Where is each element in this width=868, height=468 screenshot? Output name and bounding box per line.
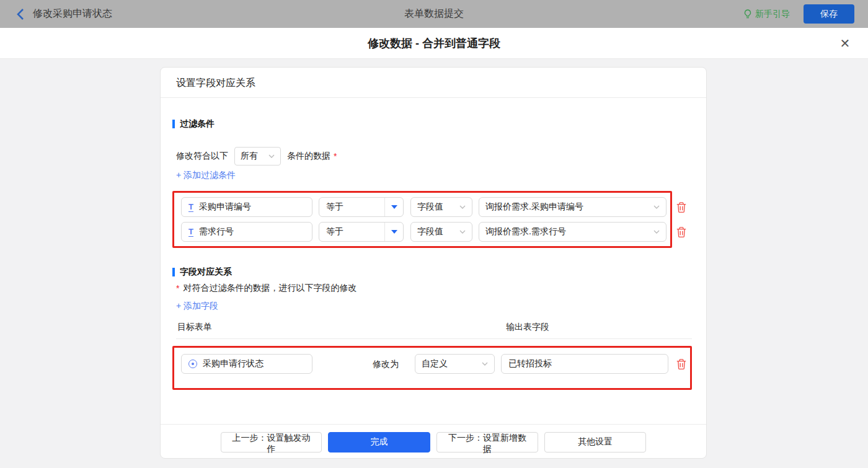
mapping-section-label: 字段对应关系 [180, 267, 232, 278]
filter-section-label: 过滤条件 [180, 118, 215, 130]
chevron-down-icon [482, 362, 488, 366]
chevron-down-icon [653, 230, 660, 234]
modal-header: 修改数据 - 合并到普通字段 [0, 28, 868, 59]
done-button[interactable]: 完成 [328, 432, 430, 453]
field-mapping-card: 设置字段对应关系 过滤条件 修改符合以下 所有 条件的数据 * + 添加过滤条件… [160, 67, 707, 459]
mapping-desc-row: * 对符合过滤条件的数据，进行以下字段的修改 [176, 283, 356, 294]
column-header-target: 目标表单 [177, 322, 212, 333]
filter-operator-value: 等于 [319, 226, 384, 237]
card-footer: 上一步：设置触发动作 完成 下一步：设置新增数据 其他设置 [161, 424, 706, 459]
filter-value-select[interactable]: 询报价需求.需求行号 [479, 222, 666, 242]
required-mark: * [176, 283, 179, 293]
match-mode-select[interactable]: 所有 [234, 147, 281, 166]
required-mark: * [334, 151, 337, 161]
mapping-field-box[interactable]: 采购申请行状态 [181, 354, 312, 374]
text-field-icon: T [188, 203, 193, 212]
filter-value-text: 询报价需求.需求行号 [485, 226, 566, 237]
filter-operator-value: 等于 [319, 201, 384, 213]
caret-down-icon [384, 223, 403, 241]
mapping-section-title: 字段对应关系 [172, 267, 232, 278]
match-mode-value: 所有 [241, 151, 258, 162]
other-settings-button[interactable]: 其他设置 [544, 432, 646, 453]
chevron-down-icon [459, 230, 466, 234]
filter-field-box[interactable]: T 需求行号 [181, 222, 312, 242]
delete-row-icon[interactable] [676, 226, 687, 238]
chevron-down-icon [459, 205, 466, 209]
text-field-icon: T [188, 227, 193, 237]
back-chevron-icon [16, 8, 24, 20]
delete-row-icon[interactable] [676, 201, 687, 213]
chevron-down-icon [653, 205, 660, 209]
workflow-title: 修改采购申请状态 [33, 7, 112, 20]
back-button[interactable] [16, 8, 24, 20]
delete-row-icon[interactable] [676, 358, 687, 370]
caret-down-icon [384, 198, 403, 216]
lightbulb-icon [743, 9, 752, 19]
save-button[interactable]: 保存 [804, 4, 854, 24]
mapping-mode-value: 自定义 [422, 358, 448, 369]
filter-section-title: 过滤条件 [172, 118, 215, 130]
radio-field-icon [188, 360, 197, 368]
filter-field-box[interactable]: T 采购申请编号 [181, 197, 312, 217]
filter-operator-select[interactable]: 等于 [319, 197, 404, 217]
card-header: 设置字段对应关系 [161, 68, 706, 98]
modal-body: 设置字段对应关系 过滤条件 修改符合以下 所有 条件的数据 * + 添加过滤条件… [0, 59, 868, 468]
filter-valuetype-select[interactable]: 字段值 [410, 197, 472, 217]
mapping-mode-select[interactable]: 自定义 [415, 354, 495, 374]
filter-valuetype-value: 字段值 [417, 201, 443, 213]
custom-value-input[interactable] [501, 354, 668, 374]
filter-valuetype-value: 字段值 [417, 226, 443, 237]
filter-field-label: 采购申请编号 [199, 201, 251, 213]
section-bar-icon [172, 268, 175, 276]
filter-valuetype-select[interactable]: 字段值 [410, 222, 472, 242]
match-suffix-label: 条件的数据 [287, 151, 330, 162]
guide-label: 新手引导 [755, 9, 790, 20]
filter-field-label: 需求行号 [199, 226, 234, 237]
prev-step-button[interactable]: 上一步：设置触发动作 [221, 432, 322, 453]
match-condition-row: 修改符合以下 所有 条件的数据 * [176, 146, 337, 166]
top-app-bar: 修改采购申请状态 表单数据提交 新手引导 保存 [0, 0, 868, 28]
beginner-guide-link[interactable]: 新手引导 [743, 9, 790, 20]
add-filter-link[interactable]: + 添加过滤条件 [176, 170, 236, 181]
column-header-output: 输出表字段 [506, 322, 549, 333]
filter-operator-select[interactable]: 等于 [319, 222, 404, 242]
next-step-button[interactable]: 下一步：设置新增数据 [436, 432, 538, 453]
close-icon[interactable]: ✕ [838, 36, 852, 51]
mapping-field-label: 采购申请行状态 [203, 358, 264, 369]
match-prefix-label: 修改符合以下 [176, 151, 228, 162]
page-title: 表单数据提交 [0, 7, 868, 20]
chevron-down-icon [268, 154, 275, 158]
filter-value-text: 询报价需求.采购申请编号 [485, 201, 583, 213]
filter-value-select[interactable]: 询报价需求.采购申请编号 [479, 197, 666, 217]
add-field-link[interactable]: + 添加字段 [176, 301, 218, 312]
modify-to-label: 修改为 [373, 359, 399, 370]
section-bar-icon [172, 120, 175, 128]
mapping-desc: 对符合过滤条件的数据，进行以下字段的修改 [183, 283, 356, 294]
modal-title: 修改数据 - 合并到普通字段 [368, 36, 500, 51]
table-divider [176, 338, 692, 339]
